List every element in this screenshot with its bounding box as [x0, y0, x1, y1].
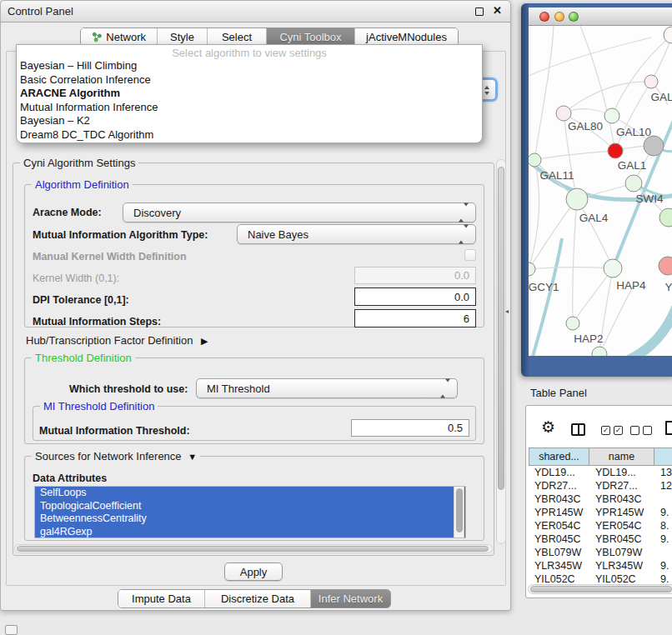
attributes-scrollbar-thumb[interactable] [456, 488, 463, 532]
apply-button-label: Apply [240, 566, 268, 578]
table-cell: YPR145W [529, 506, 589, 519]
close-traffic-light-icon[interactable] [539, 12, 549, 22]
table-cell: 13 [654, 466, 672, 479]
column-header-shared[interactable]: shared... [529, 448, 589, 466]
hub-factor-expander[interactable]: Hub/Transcription Factor Definition ▶ [26, 334, 208, 347]
mi-threshold-value: 0.5 [448, 422, 463, 434]
column-header-a[interactable]: A [654, 448, 672, 466]
manual-kernel-label: Manual Kernel Width Definition [33, 251, 187, 262]
table-cell [654, 492, 672, 506]
dpi-tolerance-field[interactable]: 0.0 [354, 288, 476, 306]
node-gcy1[interactable] [529, 262, 535, 276]
mi-type-combo[interactable]: Naive Bayes [237, 224, 476, 244]
attributes-list-scrollbar[interactable] [454, 487, 464, 538]
expander-collapsed-icon: ▶ [201, 336, 208, 346]
bottom-tab-discretize-data[interactable]: Discretize Data [205, 590, 311, 608]
table-horizontal-scrollbar[interactable] [528, 584, 672, 594]
table-hscrollbar-thumb[interactable] [530, 586, 672, 592]
minimize-traffic-light-icon[interactable] [554, 12, 564, 22]
node-gal80[interactable] [556, 106, 571, 121]
threshold-definition-legend: Threshold Definition [32, 352, 135, 364]
tab-style[interactable]: Style [158, 28, 208, 46]
table-row[interactable]: YDR27...YDR27...12 [529, 479, 672, 492]
gear-icon[interactable]: ⚙ [541, 420, 555, 435]
column-layout-icon[interactable] [571, 423, 585, 436]
tab-label: Cyni Toolbox [279, 31, 341, 43]
node-gal1[interactable] [608, 143, 623, 158]
table-row[interactable]: YBL079WYBL079W [529, 546, 672, 559]
aracne-mode-combo[interactable]: Discovery [123, 202, 476, 222]
mi-steps-field[interactable]: 6 [354, 309, 476, 328]
attribute-item-topologicalcoefficient[interactable]: TopologicalCoefficient [35, 500, 465, 513]
apply-button[interactable]: Apply [224, 562, 283, 581]
float-window-icon[interactable] [475, 8, 484, 16]
mi-threshold-field[interactable]: 0.5 [351, 419, 469, 437]
settings-horizontal-scrollbar[interactable] [14, 544, 493, 553]
dpi-tolerance-label: DPI Tolerance [0,1]: [33, 294, 129, 306]
algorithm-option-basic-correlation-inference[interactable]: Basic Correlation Inference [17, 73, 482, 88]
settings-hscrollbar-thumb[interactable] [17, 546, 489, 552]
table-row[interactable]: YPR145WYPR145W9. [529, 506, 672, 519]
attribute-item-selfloops[interactable]: SelfLoops [35, 487, 465, 500]
node-y[interactable] [659, 257, 672, 275]
tab-cyni-toolbox[interactable]: Cyni Toolbox [267, 28, 355, 46]
algorithm-dropdown-popup: Select algorithm to view settings Bayesi… [16, 44, 483, 143]
node-hap4[interactable] [604, 259, 622, 278]
table-row[interactable]: YER054CYER054C8. [529, 519, 672, 532]
node-unlabeled[interactable] [592, 347, 607, 356]
algorithm-option-bayesian-hill-climbing[interactable]: Bayesian – Hill Climbing [17, 59, 482, 73]
table-row[interactable]: YBR045CYBR045C9. [529, 532, 672, 546]
which-threshold-combo[interactable]: MI Threshold [196, 378, 458, 398]
tab-jactivemnodules[interactable]: jActiveMNodules [355, 28, 458, 46]
attribute-item-gal4rgexp[interactable]: gal4RGexp [35, 526, 465, 539]
tab-network[interactable]: Network [81, 28, 158, 46]
network-canvas[interactable]: GALGAL80GAL10GAL1GAL11SWI4GAL4GCY1HAP4YH… [529, 26, 672, 356]
settings-vscrollbar-thumb[interactable] [498, 167, 504, 490]
kernel-width-field[interactable]: 0.0 [354, 267, 476, 284]
unselect-all-columns-icon[interactable] [630, 426, 652, 435]
node-label-y: Y [664, 281, 672, 293]
zoom-traffic-light-icon[interactable] [569, 12, 579, 22]
select-all-columns-icon[interactable]: ✓✓ [601, 426, 623, 435]
bottom-tab-impute-data[interactable]: Impute Data [118, 590, 205, 608]
table-cell: YPR145W [589, 506, 654, 519]
panel-resize-handle[interactable]: ◂ [505, 308, 509, 315]
algorithm-option-bayesian-k2[interactable]: Bayesian – K2 [17, 114, 482, 128]
algorithm-option-mutual-information-inference[interactable]: Mutual Information Inference [17, 101, 482, 115]
sources-legend[interactable]: Sources for Network Inference ▼ [32, 450, 200, 462]
mi-threshold-legend: MI Threshold Definition [40, 400, 158, 412]
table-header-row[interactable]: shared...nameA [529, 448, 672, 466]
manual-kernel-checkbox[interactable] [464, 249, 476, 261]
node-swi4[interactable] [625, 175, 642, 192]
attribute-item-betweennesscentrality[interactable]: BetweennessCentrality [35, 512, 465, 526]
node-unlabeled[interactable] [644, 136, 664, 156]
new-table-icon[interactable] [665, 421, 672, 435]
table-cell: 12 [654, 479, 672, 492]
node-unlabeled[interactable] [659, 208, 672, 227]
network-window-titlebar[interactable] [529, 8, 672, 26]
close-icon[interactable]: ✕ [493, 4, 502, 17]
column-header-name[interactable]: name [589, 448, 654, 466]
network-view-window: GALGAL80GAL10GAL1GAL11SWI4GAL4GCY1HAP4YH… [521, 3, 672, 377]
table-cell: YER054C [529, 519, 589, 532]
settings-vertical-scrollbar[interactable] [496, 159, 506, 544]
tab-label: jActiveMNodules [366, 31, 447, 43]
kernel-width-label: Kernel Width (0,1): [33, 272, 119, 284]
algorithm-option-dream8-dc-tdc-algorithm[interactable]: Dream8 DC_TDC Algorithm [17, 128, 482, 142]
collapsed-panel-icon[interactable] [5, 625, 18, 635]
node-gal4[interactable] [566, 188, 588, 210]
node-hap2[interactable] [566, 317, 579, 330]
table-cell: YLR345W [589, 559, 654, 572]
bottom-tab-infer-network[interactable]: Infer Network [311, 590, 390, 608]
algorithm-option-aracne-algorithm[interactable]: ARACNE Algorithm [17, 87, 482, 101]
data-attributes-list[interactable]: SelfLoopsTopologicalCoefficientBetweenne… [34, 486, 466, 538]
node-gal10[interactable] [604, 108, 619, 123]
tab-select[interactable]: Select [208, 28, 267, 46]
table-row[interactable]: YBR043CYBR043C [529, 492, 672, 506]
table-row[interactable]: YDL19...YDL19...13 [529, 466, 672, 479]
data-attributes-label: Data Attributes [33, 472, 107, 484]
node-gal[interactable] [644, 75, 658, 88]
table-row[interactable]: YLR345WYLR345W9. [529, 559, 672, 572]
control-panel-titlebar[interactable]: Control Panel ✕ [1, 1, 510, 22]
node-gal11[interactable] [529, 153, 541, 167]
